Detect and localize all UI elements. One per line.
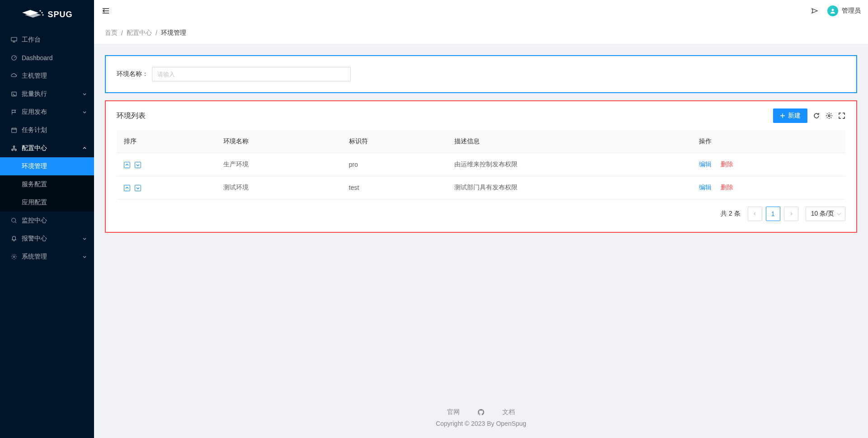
logo-text: SPUG [47,10,72,19]
dashboard-icon [11,55,17,61]
col-name: 环境名称 [216,130,341,153]
plus-icon [780,113,785,118]
content: 环境名称： 环境列表 新建 [94,44,868,399]
sidebar-item-alarm[interactable]: 报警中心 [0,230,94,248]
chevron-up-icon [82,146,87,151]
sidebar-item-dashboard[interactable]: Dashboard [0,49,94,67]
page-size-select[interactable]: 10 条/页 [806,207,845,221]
svg-point-2 [42,14,44,16]
footer-links: 官网 文档 [94,408,868,416]
table-row: 测试环境 test 测试部门具有发布权限 编辑 删除 [117,176,845,199]
chevron-down-icon [82,92,87,96]
desktop-icon [11,37,17,43]
breadcrumb: 首页 / 配置中心 / 环境管理 [94,22,868,44]
col-sort: 排序 [117,130,216,153]
chevron-down-icon [82,236,87,241]
table-row: 生产环境 pro 由运维来控制发布权限 编辑 删除 [117,153,845,176]
sidebar-label: 系统管理 [22,253,82,261]
table-title: 环境列表 [117,111,146,121]
chevron-right-icon [789,212,793,216]
sidebar-label: 配置中心 [22,144,82,152]
env-name-input[interactable] [152,67,351,81]
sidebar-item-workbench[interactable]: 工作台 [0,31,94,49]
sort-controls [124,185,141,191]
sidebar-label: 任务计划 [22,126,87,134]
page-prev[interactable] [748,207,762,221]
sidebar-item-system[interactable]: 系统管理 [0,248,94,266]
sidebar-item-schedule[interactable]: 任务计划 [0,121,94,139]
sidebar-item-service-config[interactable]: 服务配置 [0,175,94,193]
sidebar-label: 主机管理 [22,72,87,80]
svg-rect-6 [12,128,17,133]
breadcrumb-home[interactable]: 首页 [105,29,118,37]
sidebar-item-env-manage[interactable]: 环境管理 [0,157,94,175]
sort-down-button[interactable] [135,162,141,168]
footer-github-link[interactable] [478,408,484,416]
sidebar: SPUG 工作台 Dashboard 主机管理 批量执行 应用发布 [0,0,94,438]
footer: 官网 文档 Copyright © 2023 By OpenSpug [94,399,868,438]
reload-icon[interactable] [813,112,820,119]
logo-icon [21,9,44,20]
chevron-down-icon [82,110,87,114]
table-head-row: 排序 环境名称 标识符 描述信息 操作 [117,130,845,153]
fullscreen-icon[interactable] [838,112,845,119]
footer-site-link[interactable]: 官网 [447,408,460,416]
sidebar-label: 监控中心 [22,217,87,225]
page-next[interactable] [784,207,798,221]
schedule-icon [11,127,17,133]
sidebar-item-monitor[interactable]: 监控中心 [0,212,94,230]
breadcrumb-mid[interactable]: 配置中心 [127,29,152,37]
sidebar-label: 批量执行 [22,90,82,98]
sidebar-item-app-config[interactable]: 应用配置 [0,193,94,212]
gear-icon [11,254,17,260]
copyright: Copyright © 2023 By OpenSpug [94,420,868,427]
sidebar-item-batch[interactable]: 批量执行 [0,85,94,103]
header: 管理员 [94,0,868,22]
cell-desc: 由运维来控制发布权限 [447,153,692,176]
cell-name: 测试环境 [216,176,341,199]
sort-down-button[interactable] [135,185,141,191]
cell-identifier: pro [342,153,447,176]
setting-icon[interactable] [826,112,833,119]
edit-link[interactable]: 编辑 [699,184,712,191]
github-icon [478,409,484,415]
page-1[interactable]: 1 [766,207,780,221]
svg-point-1 [42,12,43,14]
table-tools: 新建 [773,108,845,123]
sidebar-label: 报警中心 [22,235,82,243]
sidebar-item-config[interactable]: 配置中心 [0,139,94,157]
sidebar-label: Dashboard [22,54,87,61]
col-identifier: 标识符 [342,130,447,153]
sort-controls [124,162,141,168]
cell-name: 生产环境 [216,153,341,176]
deployment-icon [11,145,17,151]
sidebar-item-hosts[interactable]: 主机管理 [0,67,94,85]
sort-up-button[interactable] [124,162,130,168]
config-submenu: 环境管理 服务配置 应用配置 [0,157,94,212]
page-total: 共 2 条 [721,210,741,218]
page-size-label: 10 条/页 [811,210,834,218]
footer-docs-link[interactable]: 文档 [502,408,515,416]
flag-icon [11,109,17,115]
env-table: 排序 环境名称 标识符 描述信息 操作 [117,130,845,199]
sidebar-menu: 工作台 Dashboard 主机管理 批量执行 应用发布 [0,29,94,438]
breadcrumb-sep: / [121,29,123,37]
notification-icon[interactable] [811,7,818,14]
edit-link[interactable]: 编辑 [699,160,712,168]
svg-point-11 [13,256,15,258]
table-header: 环境列表 新建 [117,108,845,123]
delete-link[interactable]: 删除 [721,160,733,168]
new-button[interactable]: 新建 [773,108,807,123]
user-menu[interactable]: 管理员 [827,5,861,16]
cloud-server-icon [11,73,17,79]
menu-fold-icon[interactable] [101,6,110,15]
code-icon [11,91,17,97]
delete-link[interactable]: 删除 [721,184,733,191]
sort-up-button[interactable] [124,185,130,191]
username: 管理员 [842,7,861,15]
sidebar-label: 工作台 [22,36,87,44]
sidebar-item-deploy[interactable]: 应用发布 [0,103,94,121]
new-button-label: 新建 [788,112,801,120]
breadcrumb-current: 环境管理 [161,29,186,37]
logo[interactable]: SPUG [0,0,94,29]
